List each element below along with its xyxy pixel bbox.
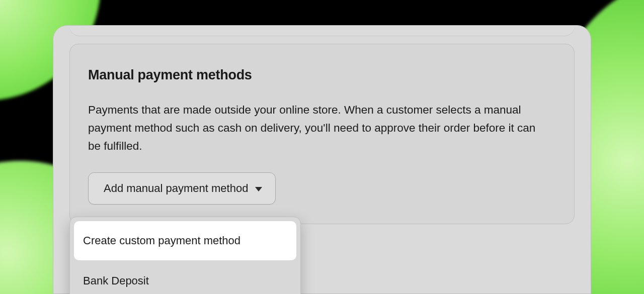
chevron-down-icon (255, 187, 262, 191)
stage: Manual payment methods Payments that are… (0, 0, 644, 294)
button-label: Add manual payment method (104, 182, 248, 195)
settings-panel: Manual payment methods Payments that are… (53, 25, 591, 294)
menu-item-label: Create custom payment method (83, 234, 240, 247)
section-title: Manual payment methods (88, 67, 556, 83)
menu-item-label: Bank Deposit (83, 274, 149, 287)
section-description: Payments that are made outside your onli… (88, 101, 551, 155)
menu-item-create-custom[interactable]: Create custom payment method (74, 221, 296, 260)
menu-item-bank-deposit[interactable]: Bank Deposit (74, 261, 296, 294)
add-manual-payment-method-button[interactable]: Add manual payment method (88, 172, 276, 205)
add-manual-payment-method-menu: Create custom payment method Bank Deposi… (69, 217, 301, 294)
manual-payment-methods-card: Manual payment methods Payments that are… (69, 44, 575, 224)
